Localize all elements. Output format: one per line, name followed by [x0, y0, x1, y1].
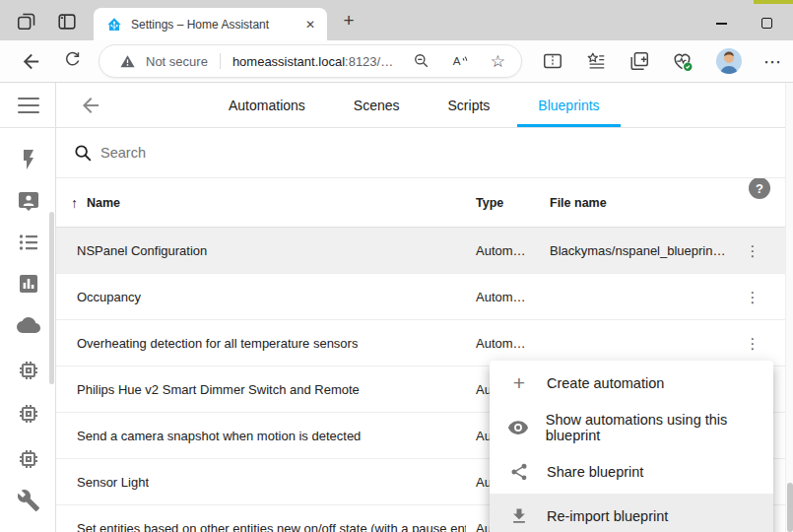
collections-icon[interactable] — [628, 50, 652, 74]
share-icon — [507, 460, 531, 484]
eye-icon — [507, 416, 530, 439]
column-header-file[interactable]: File name — [550, 178, 607, 228]
row-name: Occupancy — [77, 274, 141, 320]
row-name: Overheating detection for all temperatur… — [77, 320, 358, 366]
tab-close-icon[interactable]: ✕ — [301, 16, 319, 33]
column-label-name: Name — [87, 196, 120, 210]
desktop-corner-sliver — [754, 0, 793, 4]
address-bar[interactable]: Not secure homeassistant.local:8123/… A … — [99, 44, 522, 78]
list-icon[interactable] — [17, 231, 40, 254]
row-name: Set entities based on other entities new… — [77, 505, 466, 532]
table-row[interactable]: Occupancy Autom… ⋮ — [56, 274, 793, 320]
home-assistant-favicon — [106, 17, 122, 33]
menu-item-share-blueprint[interactable]: Share blueprint — [490, 449, 773, 494]
window-maximize-button[interactable] — [761, 18, 772, 29]
menu-item-show-automations[interactable]: Show automations using this blueprint — [490, 405, 773, 449]
person-badge-icon[interactable] — [17, 189, 40, 213]
menu-item-label: Re-import blueprint — [547, 508, 668, 524]
search-input[interactable] — [100, 145, 416, 161]
chip-icon[interactable] — [17, 402, 40, 426]
row-name: NSPanel Configuration — [77, 228, 207, 274]
row-name: Send a camera snapshot when motion is de… — [77, 413, 361, 459]
cloud-icon[interactable] — [17, 313, 40, 337]
tab-stack-icon[interactable] — [16, 11, 37, 33]
ha-sidebar — [0, 83, 56, 532]
browser-essentials-icon[interactable] — [671, 50, 694, 74]
url-text[interactable]: homeassistant.local:8123/… — [232, 54, 393, 69]
column-header-name[interactable]: ↑ Name — [71, 178, 120, 228]
side-panel-icon[interactable] — [56, 11, 78, 33]
row-name: Sensor Light — [77, 459, 149, 505]
tab-scenes[interactable]: Scenes — [354, 83, 400, 127]
search-row — [56, 128, 793, 178]
row-name: Philips Hue v2 Smart Dimmer Switch and R… — [77, 366, 360, 413]
row-menu-icon[interactable]: ⋮ — [743, 320, 762, 366]
wrench-icon[interactable] — [17, 489, 40, 512]
favorite-star-icon[interactable]: ☆ — [491, 53, 505, 70]
table-row[interactable]: NSPanel Configuration Autom… Blackymas/n… — [56, 228, 793, 274]
tab-automations[interactable]: Automations — [229, 83, 305, 127]
plus-icon: + — [507, 371, 531, 395]
read-aloud-icon[interactable]: A — [451, 51, 471, 71]
home-assistant-app: Automations Scenes Scripts Blueprints ? … — [0, 83, 793, 532]
svg-text:A: A — [452, 54, 460, 67]
ha-nav-tabs: Automations Scenes Scripts Blueprints — [229, 83, 600, 127]
row-type: Autom… — [476, 320, 526, 366]
menu-item-create-automation[interactable]: + Create automation — [490, 361, 773, 405]
zoom-out-icon[interactable] — [412, 51, 431, 71]
sort-ascending-icon: ↑ — [71, 195, 78, 211]
split-screen-icon[interactable] — [542, 50, 565, 74]
bar-chart-icon[interactable] — [17, 272, 40, 296]
sidebar-scrollbar[interactable] — [49, 212, 54, 384]
row-menu-icon[interactable]: ⋮ — [743, 274, 762, 320]
url-divider — [220, 53, 221, 69]
menu-item-label: Share blueprint — [547, 464, 643, 480]
page-scrollbar[interactable] — [785, 83, 793, 532]
table-header: ↑ Name Type File name — [56, 178, 793, 228]
browser-tab-strip: Settings – Home Assistant ✕ + — [0, 0, 793, 40]
tab-title: Settings – Home Assistant — [131, 18, 301, 32]
row-type: Autom… — [476, 228, 526, 274]
refresh-icon[interactable] — [62, 50, 86, 74]
new-tab-button[interactable]: + — [337, 9, 361, 33]
security-label[interactable]: Not secure — [146, 54, 208, 69]
chip-icon[interactable] — [17, 447, 40, 471]
table-row[interactable]: Overheating detection for all temperatur… — [56, 320, 793, 366]
menu-item-label: Show automations using this blueprint — [546, 412, 773, 443]
lightning-icon[interactable] — [17, 148, 40, 171]
ha-back-icon[interactable] — [79, 94, 102, 117]
url-host: homeassistant.local — [232, 54, 345, 69]
blueprint-context-menu: + Create automation Show automations usi… — [490, 361, 773, 532]
browser-tab-active[interactable]: Settings – Home Assistant ✕ — [94, 8, 327, 40]
back-icon[interactable] — [20, 50, 43, 74]
row-menu-icon[interactable]: ⋮ — [743, 228, 762, 274]
not-secure-warning-icon — [119, 53, 136, 70]
menu-icon[interactable] — [18, 98, 39, 113]
profile-avatar[interactable] — [716, 48, 742, 74]
column-header-type[interactable]: Type — [476, 178, 503, 228]
menu-item-reimport-blueprint[interactable]: Re-import blueprint — [490, 494, 773, 532]
browser-toolbar: Not secure homeassistant.local:8123/… A … — [0, 40, 793, 83]
favorites-bar-icon[interactable] — [585, 50, 609, 74]
chip-icon[interactable] — [17, 359, 40, 382]
page-scrollbar-thumb[interactable] — [787, 483, 793, 532]
tab-blueprints[interactable]: Blueprints — [538, 83, 599, 127]
tab-scripts[interactable]: Scripts — [448, 83, 491, 127]
window-minimize-button[interactable] — [716, 23, 727, 25]
url-suffix: :8123/… — [345, 54, 393, 69]
download-icon — [507, 504, 531, 528]
menu-item-label: Create automation — [547, 375, 664, 391]
row-file: Blackymas/nspanel_blueprin… — [550, 228, 725, 274]
row-type: Autom… — [476, 274, 526, 320]
settings-more-icon[interactable]: ⋯ — [760, 50, 784, 74]
search-icon — [72, 142, 94, 164]
